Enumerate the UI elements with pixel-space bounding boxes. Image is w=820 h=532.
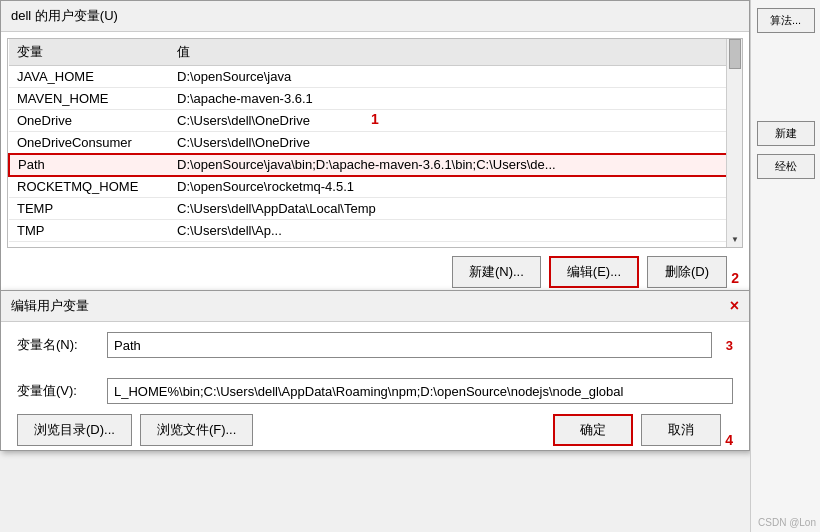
- annotation-4: 4: [725, 432, 733, 448]
- edit-button[interactable]: 编辑(E)...: [549, 256, 639, 288]
- annotation-1: 1: [371, 111, 379, 127]
- val-cell: D:\openSource\java: [169, 66, 742, 88]
- table-row[interactable]: JAVA_HOMED:\openSource\java: [9, 66, 742, 88]
- close-button[interactable]: ×: [730, 298, 739, 314]
- var-value-input[interactable]: [107, 378, 733, 404]
- table-row[interactable]: OneDriveConsumerC:\Users\dell\OneDrive: [9, 132, 742, 154]
- var-cell: TMP: [9, 220, 169, 242]
- browse-file-button[interactable]: 浏览文件(F)...: [140, 414, 253, 446]
- var-cell: Path: [9, 154, 169, 176]
- right-btn-path[interactable]: 经松: [757, 154, 815, 179]
- bottom-panel-title: 编辑用户变量 ×: [1, 291, 749, 322]
- bottom-buttons-row: 浏览目录(D)... 浏览文件(F)... 确定 取消: [17, 414, 721, 446]
- var-name-row: 变量名(N): 3: [1, 322, 749, 368]
- val-cell: D:\openSource\rocketmq-4.5.1: [169, 176, 742, 198]
- watermark: CSDN @Lon: [758, 517, 816, 528]
- var-name-input[interactable]: [107, 332, 712, 358]
- var-cell: JAVA_HOME: [9, 66, 169, 88]
- col-header-var: 变量: [9, 39, 169, 66]
- val-cell: C:\Users\dell\AppData\Local\Temp: [169, 198, 742, 220]
- val-cell: D:\apache-maven-3.6.1: [169, 88, 742, 110]
- right-btn-new[interactable]: 新建: [757, 121, 815, 146]
- table-row[interactable]: MAVEN_HOMED:\apache-maven-3.6.1: [9, 88, 742, 110]
- val-cell: D:\openSource\java\bin;D:\apache-maven-3…: [169, 154, 742, 176]
- bottom-panel: 编辑用户变量 × 变量名(N): 3 变量值(V): 浏览目录(D)... 浏览…: [0, 290, 750, 451]
- cancel-button[interactable]: 取消: [641, 414, 721, 446]
- var-name-label: 变量名(N):: [17, 336, 97, 354]
- table-row[interactable]: PathD:\openSource\java\bin;D:\apache-mav…: [9, 154, 742, 176]
- var-table: 变量 值 JAVA_HOMED:\openSource\javaMAVEN_HO…: [8, 39, 742, 242]
- val-cell: C:\Users\dell\OneDrive: [169, 132, 742, 154]
- annotation-2: 2: [731, 270, 739, 286]
- table-row[interactable]: TEMPC:\Users\dell\AppData\Local\Temp: [9, 198, 742, 220]
- new-button[interactable]: 新建(N)...: [452, 256, 541, 288]
- right-panel: 算法... 新建 经松: [750, 0, 820, 532]
- var-cell: OneDriveConsumer: [9, 132, 169, 154]
- browse-dir-button[interactable]: 浏览目录(D)...: [17, 414, 132, 446]
- bottom-panel-title-text: 编辑用户变量: [11, 297, 89, 315]
- var-table-wrapper: 变量 值 JAVA_HOMED:\openSource\javaMAVEN_HO…: [7, 38, 743, 248]
- right-btn-algo[interactable]: 算法...: [757, 8, 815, 33]
- panel-title: dell 的用户变量(U): [1, 1, 749, 32]
- scrollbar[interactable]: ▲ ▼: [726, 39, 742, 247]
- scrollbar-thumb[interactable]: [729, 39, 741, 69]
- col-header-val: 值: [169, 39, 742, 66]
- scroll-down-arrow[interactable]: ▼: [727, 231, 743, 247]
- var-value-label: 变量值(V):: [17, 382, 97, 400]
- var-cell: TEMP: [9, 198, 169, 220]
- val-cell: C:\Users\dell\OneDrive: [169, 110, 742, 132]
- val-cell: C:\Users\dell\Ap...: [169, 220, 742, 242]
- top-panel: dell 的用户变量(U) 变量 值 JAVA_HOMED:\openSourc…: [0, 0, 750, 299]
- var-value-row: 变量值(V):: [1, 368, 749, 414]
- table-row[interactable]: ROCKETMQ_HOMED:\openSource\rocketmq-4.5.…: [9, 176, 742, 198]
- var-cell: OneDrive: [9, 110, 169, 132]
- delete-button[interactable]: 删除(D): [647, 256, 727, 288]
- var-cell: ROCKETMQ_HOME: [9, 176, 169, 198]
- annotation-3: 3: [726, 338, 733, 353]
- table-row[interactable]: TMPC:\Users\dell\Ap...: [9, 220, 742, 242]
- var-cell: MAVEN_HOME: [9, 88, 169, 110]
- ok-button[interactable]: 确定: [553, 414, 633, 446]
